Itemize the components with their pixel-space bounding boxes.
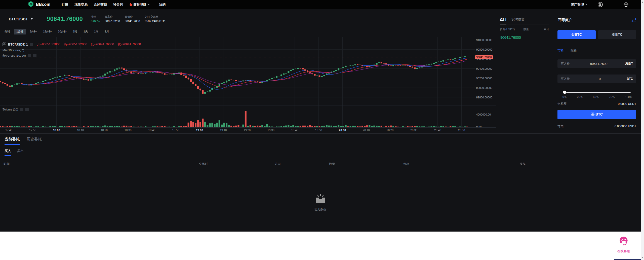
trade-panel: 币币账户 买BTC 卖BTC 市价 限价 买入价 90641.7600 USDT (553, 14, 641, 133)
trade-panel-header: 币币账户 (553, 14, 641, 26)
candlestick-chart[interactable]: 91000.0000090800.0000090600.0000090400.0… (0, 35, 496, 133)
customer-service-icon (617, 244, 630, 248)
nav-item-asset-finance[interactable]: 资管理财 (129, 2, 150, 7)
last-price: 90641.76000 (47, 15, 83, 22)
tf-5min[interactable]: 5分钟 (27, 29, 39, 34)
transfer-icon[interactable] (631, 18, 637, 22)
svg-text:89800.00000: 89800.00000 (476, 96, 492, 99)
tf-1week[interactable]: 1周 (92, 29, 101, 34)
trade-account-title: 币币账户 (558, 18, 572, 22)
subtab-buy[interactable]: 买入 (5, 149, 11, 156)
brand-name: BBcoin (36, 2, 50, 7)
sell-btc-tab[interactable]: 卖BTC (598, 30, 636, 39)
gear-icon[interactable] (28, 54, 31, 57)
svg-text:17:40: 17:40 (6, 129, 13, 132)
nav-right: 资产管理 (571, 2, 629, 7)
flame-icon (129, 2, 132, 7)
empty-box-icon (314, 194, 327, 206)
subtab-sell[interactable]: 卖出 (17, 149, 24, 156)
svg-text:18:40: 18:40 (148, 129, 155, 132)
brand[interactable]: BBcoin (28, 1, 50, 8)
scrollbar-up-arrow[interactable] (642, 2, 643, 3)
customer-service-label: 在线客服 (616, 249, 631, 253)
gear-icon[interactable] (20, 108, 23, 111)
nav-divider (56, 3, 56, 7)
svg-text:20:10: 20:10 (363, 129, 370, 132)
page-footer (0, 232, 644, 260)
page-scrollbar[interactable] (641, 0, 644, 260)
nav-item-market[interactable]: 行情 (62, 2, 68, 7)
buy-price-value: 90641.7600 (573, 62, 625, 66)
svg-text:4000000.00: 4000000.00 (476, 113, 491, 116)
slider-track[interactable] (564, 92, 631, 93)
buy-price-label: 买入价 (561, 62, 573, 66)
tf-1day[interactable]: 1天 (81, 29, 90, 34)
tf-1month[interactable]: 1月 (102, 29, 111, 34)
tf-1hour[interactable]: 1时 (70, 29, 80, 34)
nav-divider (613, 3, 613, 7)
svg-text:18:00: 18:00 (53, 129, 60, 132)
order-type-limit[interactable]: 限价 (571, 48, 577, 53)
nav-item-contract-trade[interactable]: 合约交易 (94, 2, 107, 7)
tab-current-orders[interactable]: 当前委托 (5, 137, 20, 145)
ticker-stats: 涨幅 0.02 % 最高价 90651.3200 最低价 90641.7600 … (91, 15, 165, 23)
nav-item-spot-trade[interactable]: 现货交易 (74, 2, 88, 7)
nav-item-second-contract[interactable]: 秒合约 (113, 2, 123, 7)
orderbook-last-price: 90641.76000 (500, 35, 549, 40)
buy-submit-button[interactable]: 买 BTC (557, 110, 636, 119)
candlestick-chart-svg[interactable]: 91000.0000090800.0000090600.0000090400.0… (0, 35, 496, 133)
bottom-accent-strip (614, 259, 641, 260)
orders-table-header: 时间 交易对 方向 数量 价格 操作 (0, 160, 641, 168)
tf-30min[interactable]: 30分钟 (56, 29, 69, 34)
stat-volume: 24H 交易量 9587.2466 BTC (145, 15, 165, 23)
order-type-tabs: 市价 限价 (557, 48, 636, 53)
buy-price-field[interactable]: 买入价 90641.7600 USDT (557, 59, 636, 68)
svg-text:19:00: 19:00 (196, 129, 203, 132)
tf-1min[interactable]: 1分钟 (14, 29, 26, 34)
close-icon[interactable] (33, 54, 36, 57)
order-type-market[interactable]: 市价 (557, 48, 564, 53)
svg-text:19:10: 19:10 (220, 129, 227, 132)
stat-change: 涨幅 0.02 % (91, 15, 100, 23)
orderbook-panel: 盘口 实时成交 价格(USDT) 数量 累计 90641.76000 (496, 11, 553, 133)
stat-high: 最高价 90651.3200 (105, 15, 120, 23)
tf-15min[interactable]: 15分钟 (41, 29, 54, 34)
svg-text:17:50: 17:50 (29, 129, 36, 132)
scrollbar-down-arrow[interactable] (642, 257, 643, 258)
amount-percent-slider[interactable] (564, 91, 631, 94)
pair-selector[interactable]: BTC/USDT (9, 17, 33, 21)
empty-state: 暂无数据 (0, 194, 641, 212)
user-account-icon[interactable] (597, 2, 603, 7)
buy-amount-unit: BTC (627, 77, 633, 81)
svg-text:90000.00000: 90000.00000 (476, 86, 492, 89)
nav-item-asset-management[interactable]: 资产管理 (571, 2, 587, 7)
tab-history-orders[interactable]: 历史委托 (27, 137, 42, 145)
close-icon[interactable] (25, 108, 29, 111)
tf-time[interactable]: 分时 (2, 29, 13, 34)
svg-text:91000.00000: 91000.00000 (476, 39, 492, 42)
buy-amount-field[interactable]: 买入量 0 BTC (557, 75, 636, 83)
tab-realtime-trades[interactable]: 实时成交 (511, 17, 525, 24)
gear-icon[interactable] (30, 43, 33, 46)
nav-menu: 行情 现货交易 合约交易 秒合约 资管理财 我的 (62, 2, 166, 7)
customer-service-widget[interactable]: 在线客服 (616, 235, 631, 253)
buy-amount-value: 0 (573, 77, 627, 81)
svg-text:19:20: 19:20 (244, 129, 251, 132)
svg-text:0.00: 0.00 (476, 126, 481, 129)
chevron-down-icon (148, 4, 150, 5)
chevron-down-icon (31, 18, 33, 20)
buy-price-unit: USDT (625, 62, 633, 65)
tab-depth[interactable]: 盘口 (500, 17, 506, 24)
buy-amount-label: 买入量 (561, 77, 573, 81)
available-balance-row: 可用 0.000000 USDT (557, 125, 636, 129)
svg-text:18:10: 18:10 (77, 129, 84, 132)
svg-text:19:40: 19:40 (291, 129, 298, 132)
buy-btc-tab[interactable]: 买BTC (557, 30, 596, 39)
language-globe-icon[interactable] (623, 2, 629, 7)
svg-text:20:50: 20:50 (458, 129, 465, 132)
slider-thumb[interactable] (563, 91, 566, 94)
chart-legend-row: — BTC/USDT, 1 开=90651.32000 高=90651.3200… (3, 42, 141, 47)
chevron-down-icon (585, 4, 587, 5)
nav-item-mine[interactable]: 我的 (159, 2, 166, 7)
svg-text:19:30: 19:30 (267, 129, 274, 132)
